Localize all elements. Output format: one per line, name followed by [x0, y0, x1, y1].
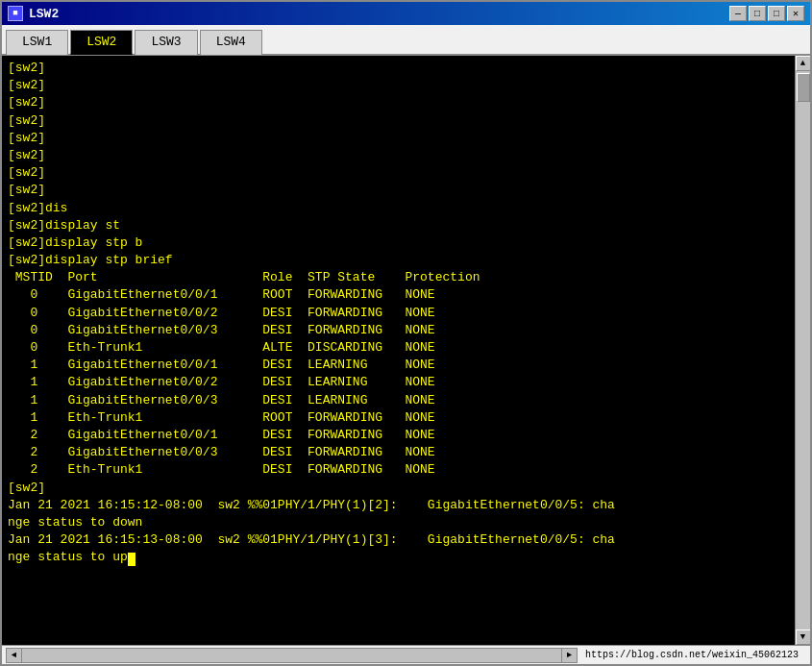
- scroll-track[interactable]: [796, 71, 810, 629]
- restore-button[interactable]: □: [749, 6, 766, 21]
- tab-bar: LSW1 LSW2 LSW3 LSW4: [2, 25, 810, 56]
- tab-lsw4[interactable]: LSW4: [200, 30, 262, 55]
- close-button[interactable]: ✕: [787, 6, 804, 21]
- status-text: https://blog.csdn.net/weixin_45062123: [578, 650, 806, 660]
- main-window: ■ LSW2 — □ □ ✕ LSW1 LSW2 LSW3 LSW4 [sw2]…: [0, 0, 812, 666]
- tab-lsw3[interactable]: LSW3: [135, 30, 197, 55]
- minimize-button[interactable]: —: [729, 6, 747, 21]
- title-bar-left: ■ LSW2: [8, 6, 59, 21]
- scroll-up-button[interactable]: ▲: [796, 56, 811, 71]
- window-title: LSW2: [29, 7, 59, 21]
- title-bar: ■ LSW2 — □ □ ✕: [2, 2, 810, 25]
- bottom-bar: ◄ ► https://blog.csdn.net/weixin_4506212…: [2, 645, 810, 664]
- maximize-button[interactable]: □: [768, 6, 785, 21]
- terminal-output[interactable]: [sw2] [sw2] [sw2] [sw2] [sw2] [sw2] [sw2…: [2, 56, 795, 645]
- terminal-wrapper: [sw2] [sw2] [sw2] [sw2] [sw2] [sw2] [sw2…: [2, 56, 810, 645]
- horizontal-scrollbar[interactable]: ◄ ►: [6, 648, 578, 663]
- app-icon: ■: [8, 6, 23, 21]
- tab-lsw2[interactable]: LSW2: [70, 30, 133, 55]
- terminal-cursor: [128, 553, 135, 566]
- scroll-left-button[interactable]: ◄: [7, 649, 22, 662]
- scroll-down-button[interactable]: ▼: [796, 629, 811, 645]
- scroll-thumb[interactable]: [797, 73, 810, 102]
- vertical-scrollbar[interactable]: ▲ ▼: [795, 56, 810, 645]
- scroll-right-button[interactable]: ►: [561, 649, 577, 662]
- tab-lsw1[interactable]: LSW1: [6, 30, 68, 55]
- title-bar-controls: — □ □ ✕: [729, 6, 804, 21]
- terminal-content: [sw2] [sw2] [sw2] [sw2] [sw2] [sw2] [sw2…: [8, 61, 615, 564]
